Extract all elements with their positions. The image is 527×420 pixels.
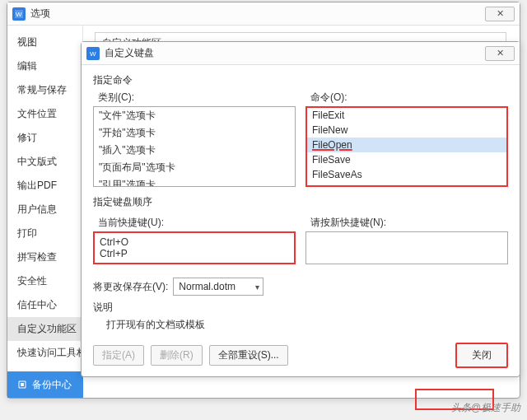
options-titlebar: W 选项 ✕: [7, 2, 520, 26]
new-shortcut-input[interactable]: [305, 231, 508, 264]
list-item[interactable]: FileSave: [307, 152, 506, 167]
category-listbox[interactable]: "文件"选项卡"开始"选项卡"插入"选项卡"页面布局"选项卡"引用"选项卡"审阅…: [93, 106, 296, 187]
shortcut-key[interactable]: Ctrl+O: [100, 236, 289, 248]
list-item[interactable]: "文件"选项卡: [94, 107, 295, 124]
current-keys-box[interactable]: Ctrl+OCtrl+P: [93, 231, 296, 264]
sidebar-item[interactable]: 信任中心: [7, 293, 82, 317]
close-icon[interactable]: ✕: [485, 7, 515, 21]
sidebar-item[interactable]: 文件位置: [7, 102, 82, 126]
sidebar-item[interactable]: 中文版式: [7, 150, 82, 174]
list-item[interactable]: "页面布局"选项卡: [94, 159, 295, 176]
sidebar-item[interactable]: 编辑: [7, 54, 82, 78]
list-item[interactable]: "开始"选项卡: [94, 124, 295, 142]
assign-button[interactable]: 指定(A): [93, 345, 144, 366]
keyboard-title: 自定义键盘: [105, 46, 485, 60]
reset-all-button[interactable]: 全部重设(S)...: [209, 345, 288, 366]
app-icon: W: [86, 47, 100, 60]
category-label: 类别(C):: [98, 91, 296, 105]
svg-text:W: W: [16, 11, 22, 18]
app-icon: W: [12, 7, 26, 21]
shortcut-key[interactable]: Ctrl+P: [100, 248, 289, 259]
list-item[interactable]: "插入"选项卡: [94, 142, 295, 159]
list-item[interactable]: "引用"选项卡: [94, 176, 295, 187]
specify-command-label: 指定命令: [93, 73, 508, 87]
command-listbox[interactable]: FileExitFileNewFileOpenFileSaveFileSaveA…: [305, 106, 508, 187]
list-item[interactable]: FileExit: [307, 108, 506, 123]
close-icon[interactable]: ✕: [485, 46, 515, 61]
list-item[interactable]: FileSaveWord11: [307, 182, 506, 187]
save-in-label: 将更改保存在(V):: [93, 280, 168, 294]
close-button[interactable]: 关闭: [455, 343, 508, 368]
save-in-combo[interactable]: Normal.dotm: [173, 278, 264, 296]
sidebar-item[interactable]: 修订: [7, 126, 82, 150]
command-label: 命令(O):: [310, 91, 508, 105]
sidebar-item[interactable]: 用户信息: [7, 198, 82, 222]
description-text: 打开现有的文档或模板: [106, 318, 508, 332]
sidebar-item[interactable]: 安全性: [7, 269, 82, 293]
customize-keyboard-dialog: W 自定义键盘 ✕ 指定命令 类别(C): "文件"选项卡"开始"选项卡"插入"…: [81, 41, 520, 377]
new-key-label: 请按新快捷键(N):: [310, 216, 508, 230]
sidebar-item[interactable]: 自定义功能区: [7, 317, 82, 341]
svg-text:W: W: [90, 50, 96, 58]
keyboard-titlebar: W 自定义键盘 ✕: [82, 42, 520, 65]
sidebar-item[interactable]: 快速访问工具栏: [7, 341, 82, 365]
backup-icon: [17, 380, 27, 390]
description-label: 说明: [93, 301, 508, 315]
current-keys-label: 当前快捷键(U):: [98, 216, 296, 230]
list-item[interactable]: FileSaveAs: [307, 167, 506, 182]
sidebar-item[interactable]: 输出PDF: [7, 174, 82, 198]
sidebar-item[interactable]: 视图: [7, 30, 82, 54]
list-item[interactable]: FileNew: [307, 123, 506, 138]
watermark-text: 头条@极速手助: [451, 401, 520, 415]
list-item[interactable]: FileOpen: [307, 138, 506, 152]
options-sidebar: 视图编辑常规与保存文件位置修订中文版式输出PDF用户信息打印拼写检查安全性信任中…: [7, 26, 83, 398]
options-title: 选项: [30, 7, 485, 21]
keyboard-sequence-label: 指定键盘顺序: [93, 195, 508, 209]
remove-button[interactable]: 删除(R): [151, 345, 203, 366]
backup-center-button[interactable]: 备份中心: [7, 371, 83, 398]
sidebar-item[interactable]: 打印: [7, 222, 82, 245]
sidebar-item[interactable]: 拼写检查: [7, 245, 82, 269]
sidebar-item[interactable]: 常规与保存: [7, 78, 82, 102]
